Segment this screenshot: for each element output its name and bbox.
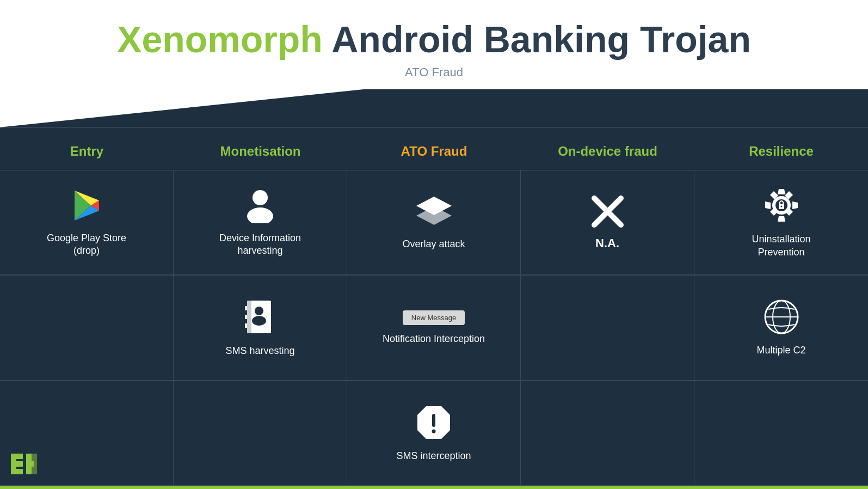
svg-marker-7 (416, 206, 452, 225)
play-store-icon (69, 188, 104, 225)
col-header-ato-fraud: ATO Fraud (347, 133, 521, 170)
cell-label-sms-intercept: SMS interception (396, 450, 471, 462)
cell-monetisation-3 (174, 381, 347, 486)
diagonal-separator (0, 89, 868, 127)
cell-ato-1: Overlay attack (347, 170, 521, 275)
cell-label-device-info: Device Informationharvesting (219, 232, 301, 258)
cell-ondevice-2 (521, 276, 694, 380)
green-bottom-line (0, 486, 868, 489)
diagonal-bg (0, 89, 868, 127)
col-header-resilience: Resilience (694, 133, 868, 170)
cell-entry-1: Google Play Store(drop) (0, 170, 174, 275)
cell-ato-3: SMS interception (347, 381, 521, 486)
cell-entry-2 (0, 276, 174, 380)
cell-entry-3 (0, 381, 174, 486)
svg-rect-28 (17, 454, 23, 459)
data-area: Google Play Store(drop) Device Informati… (0, 170, 868, 486)
table-area: Entry Monetisation ATO Fraud On-device f… (0, 127, 868, 489)
subtitle: ATO Fraud (0, 65, 868, 80)
cell-ondevice-3 (521, 381, 694, 486)
cell-label-uninstall: UninstallationPrevention (752, 233, 810, 259)
svg-point-37 (432, 429, 436, 433)
cell-label-sms-harvest: SMS harvesting (225, 345, 294, 357)
cell-ondevice-1: N.A. (521, 170, 694, 275)
col-header-on-device: On-device fraud (521, 133, 694, 170)
cell-monetisation-1: Device Informationharvesting (174, 170, 347, 275)
bh-logo (11, 454, 39, 474)
svg-point-4 (253, 190, 268, 205)
data-row-2: SMS harvesting New Message Notification … (0, 275, 868, 380)
cell-label-na: N.A. (595, 236, 619, 252)
cell-resilience-3 (694, 381, 868, 486)
page-title: Xenomorph Android Banking Trojan (0, 19, 868, 60)
cell-resilience-1: UninstallationPrevention (694, 170, 868, 275)
contacts-icon (243, 298, 278, 338)
svg-rect-31 (11, 469, 23, 474)
col-header-entry: Entry (0, 133, 174, 170)
data-row-1: Google Play Store(drop) Device Informati… (0, 170, 868, 275)
cell-label-notif: Notification Interception (383, 333, 485, 345)
globe-icon (763, 298, 800, 338)
cell-monetisation-2: SMS harvesting (174, 276, 347, 380)
alert-icon (415, 404, 452, 443)
svg-rect-36 (432, 414, 435, 427)
x-mark-icon (590, 194, 625, 231)
svg-rect-30 (17, 461, 23, 467)
col-header-monetisation: Monetisation (174, 133, 347, 170)
svg-point-5 (247, 207, 273, 223)
svg-point-21 (252, 316, 266, 326)
gear-lock-icon (762, 186, 801, 227)
title-dark: Android Banking Trojan (323, 19, 751, 60)
person-icon (244, 188, 276, 225)
svg-point-20 (255, 307, 263, 315)
svg-rect-34 (32, 454, 37, 474)
header: Xenomorph Android Banking Trojan ATO Fra… (0, 0, 868, 89)
cell-label-play-store: Google Play Store(drop) (47, 232, 126, 258)
cell-resilience-2: Multiple C2 (694, 276, 868, 380)
cell-ato-2: New Message Notification Interception (347, 276, 521, 380)
data-row-3: SMS interception (0, 381, 868, 486)
cell-label-overlay: Overlay attack (402, 238, 465, 250)
title-green: Xenomorph (117, 19, 323, 60)
cell-label-multiple-c2: Multiple C2 (756, 344, 805, 357)
svg-rect-22 (247, 301, 251, 333)
notification-icon: New Message (403, 310, 465, 325)
layers-icon (414, 194, 454, 231)
column-headers: Entry Monetisation ATO Fraud On-device f… (0, 127, 868, 170)
svg-point-14 (780, 206, 782, 207)
page: Xenomorph Android Banking Trojan ATO Fra… (0, 0, 868, 489)
